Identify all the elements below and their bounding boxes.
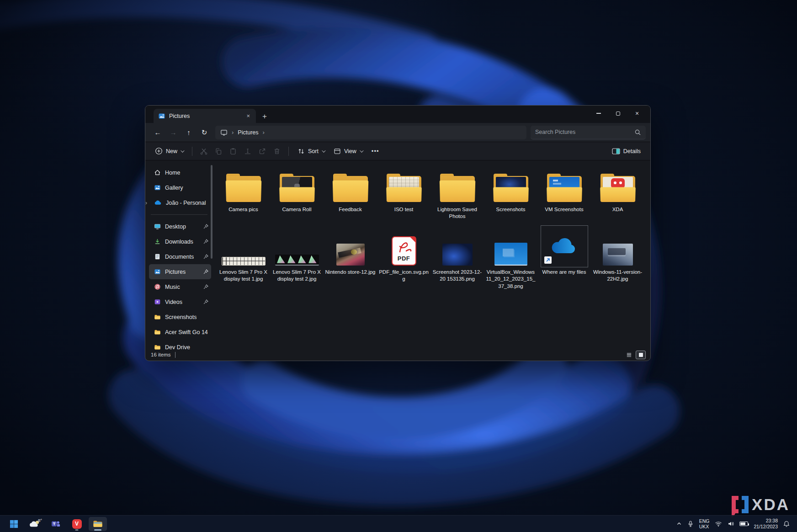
- see-more-button[interactable]: •••: [367, 144, 383, 158]
- wifi-tray-icon[interactable]: [715, 521, 722, 527]
- paste-icon: [229, 148, 237, 155]
- sidebar-item-gallery[interactable]: Gallery: [149, 180, 211, 195]
- folder-tile[interactable]: Feedback: [324, 166, 377, 220]
- file-tile-where-are-my-files[interactable]: Where are my files: [537, 222, 591, 290]
- sidebar-item-label: Pictures: [165, 269, 186, 275]
- teams-taskbar-icon[interactable]: [47, 517, 65, 531]
- sidebar-item-onedrive-personal[interactable]: › João - Personal: [149, 195, 211, 210]
- delete-icon: [273, 148, 281, 155]
- folder-tile[interactable]: XDA: [591, 166, 644, 220]
- share-button[interactable]: [255, 144, 269, 158]
- details-pane-button[interactable]: Details: [608, 144, 645, 158]
- view-button[interactable]: View: [329, 144, 367, 158]
- sidebar-item-downloads[interactable]: Downloads: [149, 234, 211, 249]
- search-input[interactable]: [535, 129, 634, 135]
- weather-widget[interactable]: 8°: [26, 517, 44, 531]
- sidebar-scrollbar[interactable]: [211, 165, 213, 259]
- start-button[interactable]: [5, 517, 23, 531]
- copy-button[interactable]: [212, 144, 225, 158]
- status-separator: [175, 352, 175, 358]
- ellipsis-icon: •••: [372, 148, 379, 154]
- sidebar-item-acer-swift-go-14[interactable]: Acer Swift Go 14: [149, 325, 211, 340]
- file-tile[interactable]: Windows-11-version-22H2.jpg: [591, 222, 644, 290]
- clock-widget[interactable]: 23:38 21/12/2023: [754, 518, 778, 530]
- xda-left-bracket-logo: [732, 496, 739, 513]
- thumbnail-view-toggle[interactable]: [636, 351, 646, 359]
- sidebar-item-desktop[interactable]: Desktop: [149, 219, 211, 234]
- documents-icon: [154, 253, 161, 260]
- notifications-tray-icon[interactable]: [783, 521, 790, 527]
- maximize-button[interactable]: [608, 107, 627, 120]
- microphone-tray-icon[interactable]: [687, 521, 694, 527]
- sidebar-item-documents[interactable]: Documents: [149, 249, 211, 264]
- onedrive-cloud-icon: [551, 238, 578, 255]
- close-button[interactable]: ×: [627, 107, 647, 120]
- cut-button[interactable]: [197, 144, 211, 158]
- sort-button[interactable]: Sort: [293, 144, 329, 158]
- toolbar-divider: [192, 147, 192, 156]
- language-indicator[interactable]: ENG UKX: [699, 518, 710, 530]
- tab-bar: Pictures × + ×: [145, 106, 650, 123]
- back-button[interactable]: ←: [150, 126, 165, 139]
- search-icon[interactable]: [634, 129, 641, 136]
- toolbar-divider: [288, 147, 289, 156]
- file-tile[interactable]: Nintendo store-12.jpg: [324, 222, 377, 290]
- tab-close-icon[interactable]: ×: [245, 112, 251, 119]
- file-explorer-icon: [93, 520, 103, 528]
- new-plus-icon: [155, 147, 163, 155]
- folder-tile[interactable]: Camera pics: [217, 166, 270, 220]
- paste-button[interactable]: [226, 144, 240, 158]
- file-tile[interactable]: Lenovo Slim 7 Pro X display test 2.jpg: [270, 222, 324, 290]
- details-view-toggle[interactable]: [624, 351, 634, 359]
- pictures-icon: [154, 268, 161, 275]
- refresh-button[interactable]: ↻: [197, 126, 212, 139]
- file-thumbnail-dark-wallpaper: [442, 244, 473, 266]
- folder-tile[interactable]: VM Screenshots: [537, 166, 591, 220]
- up-button[interactable]: ↑: [181, 126, 197, 139]
- pdf-badge-text: PDF: [398, 255, 410, 262]
- file-explorer-taskbar-icon[interactable]: [89, 517, 107, 531]
- sidebar-item-videos[interactable]: Videos: [149, 294, 211, 309]
- file-tile[interactable]: Screenshot 2023-12-20 153135.png: [430, 222, 484, 290]
- volume-tray-icon[interactable]: [728, 521, 734, 527]
- new-button[interactable]: New: [151, 144, 187, 158]
- tab-title: Pictures: [169, 113, 241, 119]
- folder-tile[interactable]: ISO test: [377, 166, 430, 220]
- file-tile[interactable]: VirtualBox_Windows 11_20_12_2023_15_37_3…: [484, 222, 537, 290]
- delete-button[interactable]: [270, 144, 284, 158]
- expand-chevron-icon[interactable]: ›: [145, 200, 147, 206]
- sidebar-item-label: Videos: [165, 299, 182, 305]
- forward-button[interactable]: →: [165, 126, 181, 139]
- sidebar-item-pictures[interactable]: Pictures: [149, 264, 211, 279]
- folder-tile[interactable]: Camera Roll: [270, 166, 324, 220]
- sidebar-item-music[interactable]: Music: [149, 279, 211, 294]
- pin-icon: [203, 224, 208, 229]
- vivaldi-taskbar-icon[interactable]: V: [68, 517, 86, 531]
- tray-date: 21/12/2023: [754, 524, 778, 530]
- folder-tile[interactable]: Lightroom Saved Photos: [430, 166, 484, 220]
- window-controls: ×: [589, 107, 647, 120]
- folder-label: Feedback: [339, 206, 362, 213]
- sidebar-item-screenshots[interactable]: Screenshots: [149, 309, 211, 325]
- file-label: Nintendo store-12.jpg: [325, 269, 376, 276]
- file-tile[interactable]: PDF PDF_file_icon.svg.png: [377, 222, 430, 290]
- sidebar-item-label: Home: [165, 170, 180, 176]
- battery-icon[interactable]: [739, 521, 748, 526]
- minimize-button[interactable]: [589, 107, 608, 120]
- pictures-tab-icon: [158, 112, 165, 120]
- address-bar[interactable]: › Pictures ›: [215, 126, 526, 139]
- sidebar-item-dev-drive[interactable]: Dev Drive: [149, 340, 211, 350]
- rename-button[interactable]: [241, 144, 255, 158]
- sidebar-item-home[interactable]: Home: [149, 165, 211, 180]
- file-tile[interactable]: Lenovo Slim 7 Pro X display test 1.jpg: [217, 222, 270, 290]
- breadcrumb-segment-pictures[interactable]: Pictures: [238, 129, 258, 136]
- new-tab-button[interactable]: +: [262, 112, 267, 120]
- tray-overflow-chevron[interactable]: [676, 521, 682, 527]
- pin-icon: [203, 299, 208, 304]
- new-button-label: New: [166, 148, 177, 154]
- breadcrumb-chevron-icon[interactable]: ›: [263, 129, 265, 136]
- tab-pictures[interactable]: Pictures ×: [154, 109, 256, 123]
- navigation-bar: ← → ↑ ↻ › Pictures ›: [145, 123, 650, 142]
- sidebar-item-label: Dev Drive: [165, 344, 190, 350]
- folder-tile[interactable]: Screenshots: [484, 166, 537, 220]
